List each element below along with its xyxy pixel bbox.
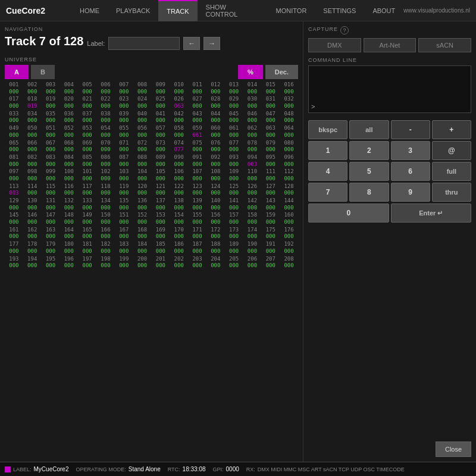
dmx-cell: 206000 [243,256,262,270]
kp-9[interactable]: 9 [391,183,430,202]
dmx-cell: 024000 [133,96,152,109]
dmx-cell: 030000 [243,96,262,109]
nav-playback[interactable]: PLAYBACK [108,0,158,21]
dmx-cell: 169000 [152,227,170,240]
dmx-cell: 204000 [206,256,225,270]
kp-at[interactable]: @ [432,141,471,160]
universe-a-button[interactable]: A [5,65,29,79]
kp-4[interactable]: 4 [308,162,347,181]
dmx-cell: 096000 [280,154,298,168]
status-rx-block: RX: DMX MIDI MMC MSC ART sACN TCP UDP OS… [246,466,405,472]
dmx-cell: 066000 [23,140,42,154]
dmx-cell: 062000 [243,125,262,139]
dmx-cell: 158000 [243,212,262,226]
dmx-cell: 181000 [78,241,96,255]
nav-settings[interactable]: SETTINGS [315,0,364,21]
dmx-row: 1930001940001950001960001970001980001990… [5,256,298,270]
dmx-cell: 150000 [96,212,115,226]
status-label-val: MyCueCore2 [34,466,69,472]
dmx-cell: 126000 [243,183,262,197]
kp-bkspc[interactable]: bkspc [308,120,347,139]
dmx-cell: 189000 [225,241,243,255]
dmx-cell: 173000 [225,227,243,240]
dmx-cell: 080000 [280,140,298,154]
dmx-cell: 039000 [115,111,133,124]
dmx-cell: 155000 [188,212,206,226]
nav-home[interactable]: HOME [71,0,108,21]
dmx-cell: 136000 [133,198,152,211]
kp-6[interactable]: 6 [391,162,430,181]
kp-plus[interactable]: + [432,120,471,139]
cmdline-label: COMMAND LINE [308,57,471,63]
kp-full[interactable]: full [432,162,471,181]
dmx-cell: 010000 [170,82,188,95]
dmx-cell: 069000 [78,140,96,154]
kp-enter[interactable]: Enter ↵ [391,203,472,223]
dmx-cell: 175000 [261,227,280,240]
dmx-cell: 046000 [243,111,262,124]
prev-track-button[interactable]: ← [183,37,200,50]
kp-5[interactable]: 5 [349,162,389,181]
dmx-cell: 142000 [243,198,262,211]
kp-0[interactable]: 0 [308,203,389,223]
dmx-cell: 107000 [188,168,206,182]
dmx-cell: 042000 [170,111,188,124]
dmx-cell: 048000 [280,111,298,124]
dmx-cell: 058000 [170,125,188,139]
dmx-cell: 035000 [42,111,60,124]
dmx-cell: 034000 [23,111,42,124]
dmx-cell: 003000 [42,82,60,95]
dmx-cell: 174000 [243,227,262,240]
capture-help-icon[interactable]: ? [340,26,349,35]
kp-7[interactable]: 7 [308,183,347,202]
nav-monitor[interactable]: MONITOR [268,0,315,21]
kp-all[interactable]: all [349,120,389,139]
nav-show-control[interactable]: SHOW CONTROL [198,0,268,21]
statusbar: LABEL: MyCueCore2 OPERATING MODE: Stand … [0,462,476,476]
universe-dec-button[interactable]: Dec. [265,65,298,79]
dmx-row: 1290001300001310001320001330001340001350… [5,198,298,211]
kp-2[interactable]: 2 [349,141,389,160]
nav-about[interactable]: ABOUT [364,0,403,21]
kp-8[interactable]: 8 [349,183,389,202]
dmx-cell: 031000 [261,96,280,109]
navigation-section: NAVIGATION Track 7 of 128 Label: ← → [5,26,298,52]
dmx-cell: 109000 [225,168,243,182]
dmx-cell: 081000 [5,154,23,168]
dmx-cell: 139000 [188,198,206,211]
dmx-cell: 007000 [115,82,133,95]
label-input[interactable] [108,37,180,50]
nav-controls: Track 7 of 128 Label: ← → [5,35,298,52]
capture-artnet-button[interactable]: Art-Net [364,38,416,52]
kp-1[interactable]: 1 [308,141,347,160]
dmx-cell: 200000 [133,256,152,270]
dmx-cell: 099000 [42,168,60,182]
next-track-button[interactable]: → [203,37,220,50]
dmx-cell: 132000 [60,198,78,211]
status-rx-val: DMX MIDI MMC MSC ART sACN TCP UDP OSC TI… [258,466,405,472]
cmdline-section: COMMAND LINE > [308,57,471,115]
nav-links: HOME PLAYBACK TRACK SHOW CONTROL MONITOR… [71,0,403,21]
dmx-cell: 113003 [5,183,23,197]
dmx-cell: 124000 [206,183,225,197]
dmx-cell: 079000 [261,140,280,154]
close-button[interactable]: Close [436,441,471,457]
dmx-cell: 013000 [225,82,243,95]
dmx-cell: 086000 [96,154,115,168]
capture-dmx-button[interactable]: DMX [308,38,361,52]
universe-pct-button[interactable]: % [238,65,263,79]
dmx-cell: 002000 [23,82,42,95]
universe-b-button[interactable]: B [31,65,55,79]
nav-track[interactable]: TRACK [158,0,197,21]
capture-buttons: DMX Art-Net sACN [308,38,471,52]
kp-minus[interactable]: - [391,120,430,139]
dmx-cell: 156000 [206,212,225,226]
kp-thru[interactable]: thru [432,183,471,202]
dmx-cell: 111000 [261,168,280,182]
capture-sacn-button[interactable]: sACN [418,38,471,52]
dmx-cell: 075000 [188,140,206,154]
dmx-cell: 198000 [96,256,115,270]
capture-header: CAPTURE ? [308,26,471,35]
dmx-row: 1770001780001790001800001810001820001830… [5,241,298,255]
kp-3[interactable]: 3 [391,141,430,160]
